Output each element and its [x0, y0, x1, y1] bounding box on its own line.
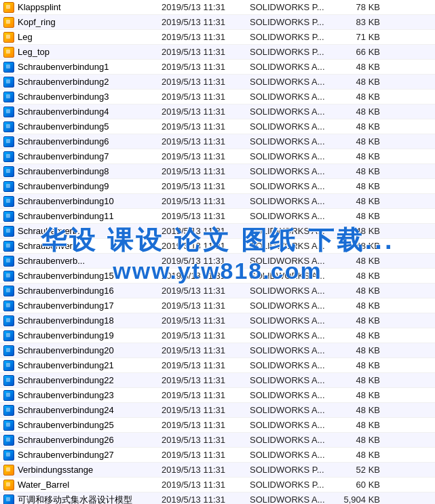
file-date: 2019/5/13 11:31 — [159, 435, 247, 445]
file-row[interactable]: Schraubenverbindung192019/5/13 11:31SOLI… — [0, 328, 435, 343]
file-name-column: Schraubenverbindung8 — [3, 166, 159, 178]
file-row[interactable]: Schraubenverbindung22019/5/13 11:31SOLID… — [0, 75, 435, 90]
file-name: Schraubenverbindung26 — [18, 435, 114, 445]
file-row[interactable]: Schraubenverbindung172019/5/13 11:31SOLI… — [0, 298, 435, 313]
file-name-column: Schraubenverbindung7 — [3, 151, 159, 163]
file-row[interactable]: Schraubenverb...2019/5/13 11:31SOLIDWORK… — [0, 254, 435, 269]
file-date: 2019/5/13 11:31 — [159, 166, 247, 176]
file-size: 48 KB — [342, 151, 383, 161]
file-type: SOLIDWORKS A... — [247, 92, 342, 102]
file-size: 48 KB — [342, 92, 383, 102]
file-name: Schraubenverbindung9 — [18, 181, 109, 191]
file-row[interactable]: Verbindungsstange2019/5/13 11:31SOLIDWOR… — [0, 463, 435, 478]
file-size: 48 KB — [342, 256, 383, 266]
file-type: SOLIDWORKS A... — [247, 315, 342, 326]
solidworks-part-icon — [3, 479, 15, 491]
file-name: Water_Barrel — [18, 480, 69, 490]
file-name: Leg — [18, 32, 33, 42]
file-size: 60 KB — [342, 480, 383, 490]
file-name: Leg_top — [18, 47, 50, 57]
file-row[interactable]: Kopf_ring2019/5/13 11:31SOLIDWORKS P...8… — [0, 15, 435, 30]
file-name: Schraubenverb... — [18, 241, 85, 251]
file-row[interactable]: Schraubenverbindung112019/5/13 11:31SOLI… — [0, 209, 435, 224]
file-row[interactable]: Schraubenverbindung52019/5/13 11:31SOLID… — [0, 119, 435, 134]
file-row[interactable]: Schraubenverbindung42019/5/13 11:31SOLID… — [0, 104, 435, 119]
file-type: SOLIDWORKS A... — [247, 375, 342, 385]
file-type: SOLIDWORKS A... — [247, 360, 342, 370]
file-name-column: Schraubenverbindung6 — [3, 136, 159, 148]
file-name: Schraubenverbindung20 — [18, 345, 114, 355]
file-name-column: Klappsplint — [3, 1, 159, 14]
file-size: 48 KB — [342, 330, 383, 341]
file-row[interactable]: Schraubenverbindung72019/5/13 11:31SOLID… — [0, 149, 435, 164]
file-date: 2019/5/13 11:31 — [159, 301, 247, 311]
file-name: Schraubenverbindung25 — [18, 420, 114, 430]
file-name: Schraubenverbindung21 — [18, 360, 114, 370]
file-date: 2019/5/13 11:31 — [159, 211, 247, 221]
file-row[interactable]: Schraubenverb...2019/5/13 11:31SOLIDWORK… — [0, 239, 435, 254]
file-name-column: Schraubenverbindung25 — [3, 419, 159, 431]
file-row[interactable]: Schraubenverbindung182019/5/13 11:31SOLI… — [0, 313, 435, 328]
file-date: 2019/5/13 11:31 — [159, 375, 247, 385]
file-type: SOLIDWORKS A... — [247, 301, 342, 311]
file-row[interactable]: Leg2019/5/13 11:31SOLIDWORKS P...71 KB — [0, 30, 435, 45]
file-row[interactable]: 可调和移动式集水器设计模型2019/5/13 11:31SOLIDWORKS A… — [0, 492, 435, 504]
file-size: 48 KB — [342, 301, 383, 311]
solidworks-assembly-icon — [3, 494, 15, 505]
file-row[interactable]: Schraubenverbindung92019/5/13 11:31SOLID… — [0, 179, 435, 194]
file-type: SOLIDWORKS P... — [247, 32, 342, 42]
file-size: 48 KB — [342, 181, 383, 191]
file-row[interactable]: Schraubenverbindung252019/5/13 11:31SOLI… — [0, 418, 435, 433]
file-row[interactable]: Water_Barrel2019/5/13 11:31SOLIDWORKS P.… — [0, 478, 435, 492]
file-row[interactable]: Schraubenverbindung152019/5/13 11:31SOLI… — [0, 269, 435, 284]
file-name-column: Schraubenverbindung3 — [3, 91, 159, 103]
file-row[interactable]: Klappsplint2019/5/13 11:31SOLIDWORKS P..… — [0, 0, 435, 15]
file-date: 2019/5/13 11:31 — [159, 286, 247, 296]
file-row[interactable]: Schraubenverbindung82019/5/13 11:31SOLID… — [0, 164, 435, 179]
file-name-column: Schraubenverbindung1 — [3, 61, 159, 73]
file-date: 2019/5/13 11:31 — [159, 17, 247, 27]
file-name-column: Schraubenverbindung2 — [3, 76, 159, 88]
file-row[interactable]: Schraubenverbindung262019/5/13 11:31SOLI… — [0, 433, 435, 448]
file-type: SOLIDWORKS A... — [247, 256, 342, 266]
file-name-column: Schraubenverbindung16 — [3, 285, 159, 297]
file-type: SOLIDWORKS A... — [247, 435, 342, 445]
file-row[interactable]: Schraubenverbindung222019/5/13 11:31SOLI… — [0, 373, 435, 388]
file-row[interactable]: Schraubenverbindung62019/5/13 11:31SOLID… — [0, 134, 435, 149]
file-name-column: Water_Barrel — [3, 479, 159, 491]
file-row[interactable]: Schraubenverbindung32019/5/13 11:31SOLID… — [0, 90, 435, 104]
file-size: 48 KB — [342, 345, 383, 355]
file-date: 2019/5/13 11:31 — [159, 405, 247, 415]
file-row[interactable]: Schraubenverb...2019/5/13 11:31SOLIDWORK… — [0, 224, 435, 239]
file-type: SOLIDWORKS A... — [247, 211, 342, 221]
file-name: Schraubenverbindung27 — [18, 450, 114, 460]
file-type: SOLIDWORKS A... — [247, 226, 342, 236]
file-name-column: Schraubenverbindung9 — [3, 180, 159, 193]
file-row[interactable]: Schraubenverbindung242019/5/13 11:31SOLI… — [0, 403, 435, 418]
file-name-column: Kopf_ring — [3, 16, 159, 28]
file-size: 48 KB — [342, 405, 383, 415]
solidworks-assembly-icon — [3, 360, 15, 372]
file-name: Schraubenverbindung11 — [18, 211, 114, 221]
solidworks-assembly-icon — [3, 121, 15, 133]
file-row[interactable]: Schraubenverbindung272019/5/13 11:31SOLI… — [0, 448, 435, 463]
file-row[interactable]: Schraubenverbindung202019/5/13 11:31SOLI… — [0, 343, 435, 358]
file-size: 48 KB — [342, 136, 383, 147]
solidworks-assembly-icon — [3, 210, 15, 222]
file-date: 2019/5/13 11:31 — [159, 465, 247, 475]
file-size: 48 KB — [342, 315, 383, 326]
file-type: SOLIDWORKS A... — [247, 196, 342, 206]
file-row[interactable]: Schraubenverbindung162019/5/13 11:31SOLI… — [0, 284, 435, 298]
file-row[interactable]: Leg_top2019/5/13 11:31SOLIDWORKS P...66 … — [0, 45, 435, 60]
file-name-column: Schraubenverbindung24 — [3, 404, 159, 416]
file-size: 48 KB — [342, 375, 383, 385]
file-size: 48 KB — [342, 106, 383, 117]
file-row[interactable]: Schraubenverbindung102019/5/13 11:31SOLI… — [0, 194, 435, 209]
file-row[interactable]: Schraubenverbindung12019/5/13 11:31SOLID… — [0, 60, 435, 75]
file-name-column: Schraubenverbindung15 — [3, 270, 159, 282]
file-row[interactable]: Schraubenverbindung212019/5/13 11:31SOLI… — [0, 358, 435, 373]
file-size: 48 KB — [342, 241, 383, 251]
solidworks-assembly-icon — [3, 374, 15, 387]
file-type: SOLIDWORKS A... — [247, 271, 342, 281]
file-row[interactable]: Schraubenverbindung232019/5/13 11:31SOLI… — [0, 388, 435, 403]
